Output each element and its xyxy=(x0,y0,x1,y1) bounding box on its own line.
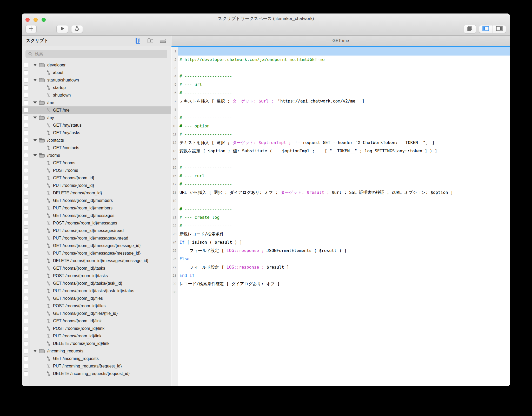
code-line[interactable]: 16# --- curl xyxy=(171,172,510,180)
code-line[interactable]: 12テキストを挿入 [ 選択 ; ターゲット: $optionTmpl ; 「-… xyxy=(171,139,510,147)
code-line[interactable]: 11# ------------------- xyxy=(171,130,510,139)
code-line[interactable]: 18URL から挿入 [ 選択 ; ダイアログあり: オフ ; ターゲット: $… xyxy=(171,188,510,197)
code-line[interactable]: 15# ------------------- xyxy=(171,163,510,172)
tree-folder-row[interactable]: /rooms xyxy=(22,152,171,159)
code-line[interactable]: 28End If xyxy=(171,271,510,280)
script-checkbox[interactable] xyxy=(24,161,28,165)
tree-folder-row[interactable]: developer xyxy=(22,61,171,69)
tree-script-row[interactable]: PUT /rooms/{room_id} xyxy=(22,182,171,189)
script-checkbox[interactable] xyxy=(24,296,28,301)
script-checkbox[interactable] xyxy=(24,93,28,98)
script-checkbox[interactable] xyxy=(24,168,28,173)
tree-script-row[interactable]: PUT /rooms/{room_id}/messages/{message_i… xyxy=(22,249,171,257)
tree-script-row[interactable]: GET /rooms/{room_id}/members xyxy=(22,197,171,204)
tree-script-row[interactable]: GET /rooms/{room_id}/messages xyxy=(22,212,171,219)
list-view-button[interactable] xyxy=(135,38,141,44)
editor-tab[interactable]: GET /me xyxy=(171,36,510,46)
script-checkbox[interactable] xyxy=(24,364,28,369)
tree-script-row[interactable]: GET /rooms/{room_id}/files xyxy=(22,295,171,302)
tree-script-row[interactable]: GET /rooms/{room_id}/tasks xyxy=(22,264,171,272)
tree-folder-row[interactable]: startup/shutdown xyxy=(22,76,171,84)
tree-script-row[interactable]: GET /rooms xyxy=(22,159,171,167)
script-checkbox[interactable] xyxy=(24,311,28,316)
script-checkbox[interactable] xyxy=(24,258,28,263)
code-line[interactable]: 23新規レコード/検索条件 xyxy=(171,230,510,238)
script-checkbox[interactable] xyxy=(24,78,28,83)
script-checkbox[interactable] xyxy=(24,334,28,338)
disclosure-triangle-icon[interactable] xyxy=(33,101,37,104)
pane-divider[interactable] xyxy=(171,36,171,386)
tree-script-row[interactable]: DELETE /rooms/{room_id} xyxy=(22,189,171,197)
script-checkbox[interactable] xyxy=(24,85,28,90)
script-checkbox[interactable] xyxy=(24,251,28,256)
script-checkbox[interactable] xyxy=(24,266,28,271)
script-checkbox[interactable] xyxy=(24,131,28,135)
tree-script-row[interactable]: GET /me xyxy=(22,106,171,114)
duplicate-windows-button[interactable] xyxy=(464,25,476,33)
script-checkbox[interactable] xyxy=(24,289,28,293)
tree-script-row[interactable]: DELETE /rooms/{room_id}/link xyxy=(22,340,171,347)
script-checkbox[interactable] xyxy=(24,108,28,113)
disclosure-triangle-icon[interactable] xyxy=(33,154,37,156)
tree-script-row[interactable]: PUT /rooms/{room_id}/messages/read xyxy=(22,227,171,234)
disclosure-triangle-icon[interactable] xyxy=(33,117,37,119)
code-line[interactable]: 25 フィールド設定 [ LOG::response ; JSONFormatE… xyxy=(171,247,510,255)
code-line[interactable]: 22# ------------------- xyxy=(171,222,510,230)
code-line[interactable]: 20# ------------------- xyxy=(171,205,510,213)
script-checkbox[interactable] xyxy=(24,138,28,143)
code-line[interactable]: 21# --- create log xyxy=(171,213,510,222)
run-script-button[interactable] xyxy=(56,25,68,33)
code-line[interactable]: 24If [ isJson ( $result ) ] xyxy=(171,238,510,247)
tree-script-row[interactable]: PUT /rooms/{room_id}/link xyxy=(22,332,171,340)
script-checkbox[interactable] xyxy=(24,304,28,308)
script-checkbox[interactable] xyxy=(24,100,28,105)
disclosure-triangle-icon[interactable] xyxy=(33,64,37,66)
code-line[interactable]: 1 xyxy=(171,47,510,56)
disclosure-triangle-icon[interactable] xyxy=(33,139,37,141)
script-checkbox[interactable] xyxy=(24,191,28,195)
script-checkbox[interactable] xyxy=(24,371,28,376)
code-line[interactable]: 9# ------------------- xyxy=(171,114,510,122)
script-checkbox[interactable] xyxy=(24,183,28,188)
code-line[interactable]: 14 xyxy=(171,155,510,163)
tree-folder-row[interactable]: /incoming_requests xyxy=(22,347,171,355)
tree-script-row[interactable]: POST /rooms/{room_id}/link xyxy=(22,325,171,332)
code-line[interactable]: 27 フィールド設定 [ LOG::response ; $result ] xyxy=(171,263,510,271)
script-checkbox[interactable] xyxy=(24,228,28,233)
script-checkbox[interactable] xyxy=(24,274,28,278)
script-checkbox[interactable] xyxy=(24,221,28,226)
script-checkbox[interactable] xyxy=(24,326,28,331)
new-script-button[interactable] xyxy=(25,25,37,33)
tree-script-row[interactable]: startup xyxy=(22,84,171,91)
script-checkbox[interactable] xyxy=(24,70,28,75)
code-line[interactable]: 6# ------------------- xyxy=(171,89,510,97)
script-checkbox[interactable] xyxy=(24,63,28,67)
new-folder-button[interactable] xyxy=(147,38,154,44)
tree-script-row[interactable]: PUT /rooms/{room_id}/messages/unread xyxy=(22,234,171,242)
script-checkbox[interactable] xyxy=(24,115,28,120)
code-line[interactable]: 29レコード/検索条件確定 [ ダイアログあり: オフ ] xyxy=(171,280,510,288)
code-line[interactable]: 13変数を設定 [ $option ; 値: Substitute ( $opt… xyxy=(171,147,510,155)
tree-folder-row[interactable]: /me xyxy=(22,99,171,106)
code-line[interactable]: 10# --- option xyxy=(171,122,510,130)
tree-script-row[interactable]: POST /rooms xyxy=(22,167,171,174)
code-line[interactable]: 8 xyxy=(171,105,510,114)
tree-folder-row[interactable]: /contacts xyxy=(22,137,171,144)
tree-script-row[interactable]: GET /rooms/{room_id} xyxy=(22,174,171,182)
script-checkbox[interactable] xyxy=(24,341,28,346)
code-line[interactable]: 19 xyxy=(171,197,510,205)
script-checkbox[interactable] xyxy=(24,349,28,353)
disclosure-triangle-icon[interactable] xyxy=(33,350,37,352)
script-checkbox[interactable] xyxy=(24,213,28,218)
toggle-right-panel-button[interactable] xyxy=(493,25,506,33)
script-checkbox[interactable] xyxy=(24,356,28,361)
script-checkbox[interactable] xyxy=(24,146,28,150)
tree-script-row[interactable]: POST /rooms/{room_id}/files xyxy=(22,302,171,310)
script-checkbox[interactable] xyxy=(24,236,28,241)
tree-script-row[interactable]: PUT /rooms/{room_id}/tasks/{task_id}/sta… xyxy=(22,287,171,295)
script-checkbox[interactable] xyxy=(24,176,28,180)
script-checkbox[interactable] xyxy=(24,319,28,323)
tree-script-row[interactable]: PUT /incoming_requests/{request_id} xyxy=(22,362,171,370)
tree-folder-row[interactable]: /my xyxy=(22,114,171,121)
code-line[interactable]: 2# http://developer.chatwork.com/ja/endp… xyxy=(171,56,510,64)
